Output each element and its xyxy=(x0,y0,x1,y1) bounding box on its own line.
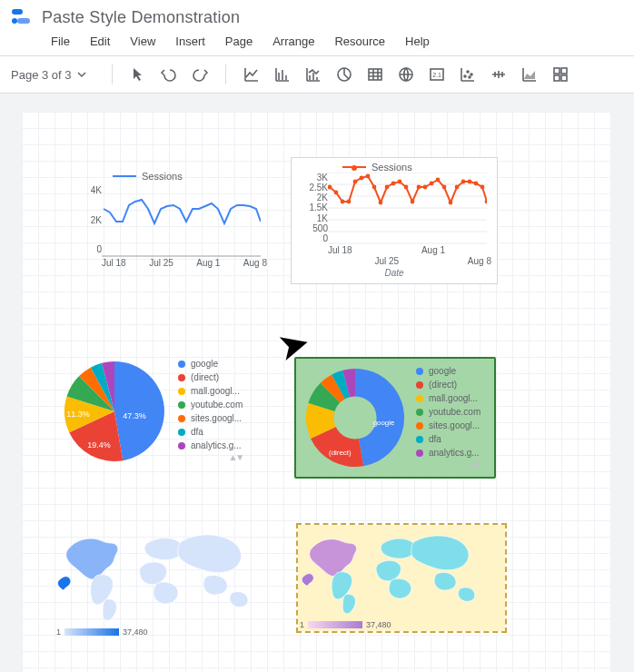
ytick: 1K xyxy=(297,213,328,223)
redo-icon[interactable] xyxy=(187,62,213,87)
legend-pager-icon[interactable]: ▲▼ xyxy=(416,460,480,469)
svg-point-39 xyxy=(423,185,428,190)
svg-point-35 xyxy=(398,180,402,184)
scale-max: 37,480 xyxy=(123,628,148,637)
app-header: Paste Style Demonstration File Edit View… xyxy=(0,0,634,55)
color-scale: 1 37,480 xyxy=(300,620,503,629)
doc-title[interactable]: Paste Style Demonstration xyxy=(42,8,240,27)
app-logo-icon xyxy=(9,5,33,29)
xtick: Aug 1 xyxy=(421,245,445,255)
chart-line-sessions-right[interactable]: Sessions 3K 2.5K 2K 1.5K 1K 500 0 xyxy=(291,157,498,284)
xtick: Jul 18 xyxy=(102,258,126,268)
svg-point-41 xyxy=(436,178,441,183)
xtick: Jul 18 xyxy=(328,245,352,255)
menu-page[interactable]: Page xyxy=(225,35,253,48)
pie-legend: google (direct) mall.googl... youtube.co… xyxy=(416,364,480,460)
scorecard-icon[interactable]: 2.1 xyxy=(424,62,450,87)
menu-insert[interactable]: Insert xyxy=(175,35,205,48)
menu-arrange[interactable]: Arrange xyxy=(272,35,314,48)
menu-resource[interactable]: Resource xyxy=(334,35,385,48)
svg-point-48 xyxy=(480,185,485,190)
svg-point-34 xyxy=(391,182,396,186)
svg-point-47 xyxy=(474,182,479,186)
legend-pager-icon[interactable]: ▲▼ xyxy=(178,452,243,462)
svg-point-40 xyxy=(430,182,434,186)
chevron-down-icon xyxy=(77,70,86,79)
pie-chart-icon[interactable] xyxy=(332,62,357,87)
world-map xyxy=(56,525,274,625)
chart-pie-traffic-right[interactable]: google (direct) google (direct) mall.goo… xyxy=(294,357,496,479)
page-selector-label: Page 3 of 3 xyxy=(11,68,72,82)
xtick: Aug 1 xyxy=(196,258,220,268)
donut-plot: google (direct) xyxy=(302,364,409,471)
toolbar-separator xyxy=(225,64,226,84)
legend-swatch-icon xyxy=(113,175,136,177)
svg-point-43 xyxy=(449,201,453,205)
chart-geo-map-right[interactable]: 1 37,480 xyxy=(298,525,505,631)
bullet-chart-icon[interactable] xyxy=(486,62,511,87)
ytick: 0 xyxy=(297,233,328,243)
svg-rect-57 xyxy=(308,621,362,628)
svg-rect-0 xyxy=(12,9,23,15)
area-chart-icon[interactable] xyxy=(517,62,542,87)
geo-chart-icon[interactable] xyxy=(393,62,419,87)
menu-edit[interactable]: Edit xyxy=(90,35,110,48)
ytick: 500 xyxy=(297,223,328,233)
menu-help[interactable]: Help xyxy=(405,35,430,48)
ytick: 2K xyxy=(297,193,328,203)
svg-point-11 xyxy=(469,76,471,78)
menu-bar: File Edit View Insert Page Arrange Resou… xyxy=(9,29,625,55)
scale-min: 1 xyxy=(300,620,304,629)
svg-point-53 xyxy=(333,396,376,439)
xtick: Jul 25 xyxy=(374,256,399,266)
undo-icon[interactable] xyxy=(156,62,182,87)
svg-point-26 xyxy=(341,200,345,204)
legend-label: Sessions xyxy=(371,162,412,173)
canvas-stage[interactable]: Sessions 4K 2K 0 Jul 18 Jul 25 Aug 1 Aug… xyxy=(0,94,634,672)
xtick: Aug 8 xyxy=(468,256,491,266)
menu-file[interactable]: File xyxy=(51,35,70,48)
table-chart-icon[interactable] xyxy=(362,62,388,87)
xtick: Aug 8 xyxy=(243,258,267,268)
ytick: 2K xyxy=(76,215,102,225)
selection-tool-icon[interactable] xyxy=(125,62,151,87)
legend-swatch-icon xyxy=(342,166,366,168)
line-plot xyxy=(102,182,261,258)
xtick: Jul 25 xyxy=(149,258,173,268)
chart-geo-map-left[interactable]: 1 37,480 xyxy=(56,525,274,637)
svg-point-10 xyxy=(471,74,472,75)
menu-view[interactable]: View xyxy=(130,35,155,48)
legend-label: Sessions xyxy=(142,171,183,182)
scatter-chart-icon[interactable] xyxy=(455,62,480,87)
svg-text:47.3%: 47.3% xyxy=(123,411,146,420)
svg-point-29 xyxy=(360,176,364,181)
svg-point-45 xyxy=(461,180,466,184)
svg-rect-4 xyxy=(369,69,381,80)
svg-text:google: google xyxy=(373,419,395,427)
scale-max: 37,480 xyxy=(366,620,391,629)
svg-rect-13 xyxy=(561,68,567,74)
svg-rect-14 xyxy=(554,75,560,81)
combo-chart-icon[interactable] xyxy=(301,62,326,87)
report-page[interactable]: Sessions 4K 2K 0 Jul 18 Jul 25 Aug 1 Aug… xyxy=(22,112,610,672)
svg-point-30 xyxy=(366,174,371,179)
bar-chart-icon[interactable] xyxy=(270,62,295,87)
svg-point-37 xyxy=(411,200,415,204)
page-selector[interactable]: Page 3 of 3 xyxy=(11,68,92,82)
svg-point-32 xyxy=(379,201,383,205)
svg-point-38 xyxy=(417,185,421,190)
line-plot xyxy=(328,173,487,245)
svg-rect-15 xyxy=(561,75,567,81)
svg-point-27 xyxy=(347,200,352,204)
x-axis-label: Date xyxy=(297,268,491,278)
chart-pie-traffic-left[interactable]: 47.3% 19.4% 11.3% google (direct) mall.g… xyxy=(60,357,287,466)
line-chart-icon[interactable] xyxy=(239,62,264,87)
svg-point-44 xyxy=(455,185,460,190)
pivot-table-icon[interactable] xyxy=(548,62,573,87)
scale-min: 1 xyxy=(56,628,61,637)
chart-line-sessions-left[interactable]: Sessions 4K 2K 0 Jul 18 Jul 25 Aug 1 Aug… xyxy=(76,171,267,268)
svg-point-36 xyxy=(404,185,409,190)
toolbar: Page 3 of 3 2.1 xyxy=(0,55,634,94)
svg-rect-12 xyxy=(554,68,560,74)
svg-point-33 xyxy=(385,185,390,190)
